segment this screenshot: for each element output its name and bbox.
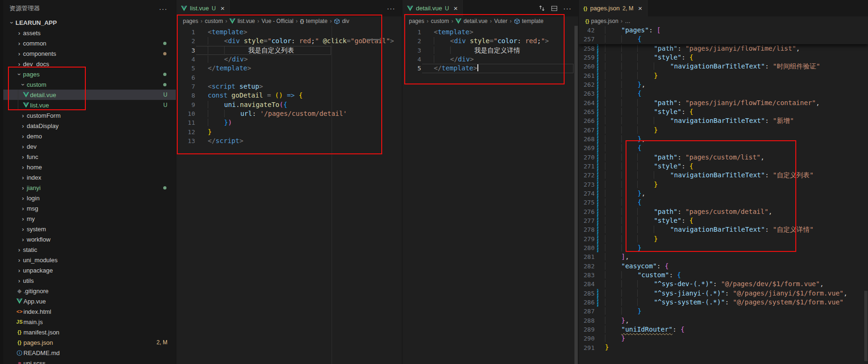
scrollbar[interactable] bbox=[864, 291, 868, 361]
explorer-more-actions-icon[interactable]: ··· bbox=[159, 5, 167, 13]
tree-item-customForm[interactable]: ›customForm bbox=[3, 110, 176, 121]
chevron-right-icon[interactable]: › bbox=[19, 236, 27, 243]
chevron-right-icon[interactable]: › bbox=[19, 112, 27, 119]
tree-item-App.vue[interactable]: App.vue bbox=[3, 296, 176, 306]
tree-item-README.md[interactable]: README.md bbox=[3, 348, 176, 358]
tree-item-login[interactable]: ›login bbox=[3, 193, 176, 203]
scrollbar[interactable] bbox=[574, 26, 578, 364]
chevron-right-icon[interactable]: › bbox=[19, 133, 27, 140]
tree-item-demo[interactable]: ›demo bbox=[3, 131, 176, 141]
tree-item-components[interactable]: ›components bbox=[3, 48, 176, 59]
breadcrumb-item[interactable]: detail.vue bbox=[455, 18, 487, 24]
line-number: 273 bbox=[579, 181, 595, 188]
tree-item-system[interactable]: ›system bbox=[3, 224, 176, 234]
chevron-right-icon[interactable]: › bbox=[15, 30, 23, 37]
compare-action[interactable] bbox=[538, 5, 545, 12]
chevron-right-icon[interactable]: › bbox=[19, 184, 27, 191]
breadcrumb-item[interactable]: … bbox=[625, 18, 631, 24]
tree-item-jianyi[interactable]: ›jianyi bbox=[3, 182, 176, 193]
code-area[interactable]: 1<template>2 <div style="color: red;" @c… bbox=[176, 26, 402, 364]
tree-item-home[interactable]: ›home bbox=[3, 162, 176, 172]
code-line-8: 8const goDetail = () => { bbox=[176, 91, 402, 100]
breadcrumb-item[interactable]: Vuter bbox=[494, 18, 507, 24]
chevron-right-icon[interactable]: › bbox=[15, 267, 23, 274]
tree-item-utils[interactable]: ›utils bbox=[3, 275, 176, 286]
chevron-right-icon[interactable]: › bbox=[15, 246, 23, 253]
tree-item-manifest.json[interactable]: {}manifest.json bbox=[3, 327, 176, 337]
chevron-right-icon[interactable]: › bbox=[19, 215, 27, 222]
tab-detail.vue[interactable]: detail.vueU× bbox=[402, 0, 463, 16]
tree-item-pages.json[interactable]: {}pages.json2, M bbox=[3, 337, 176, 348]
tree-item-list.vue[interactable]: list.vueU bbox=[3, 100, 176, 110]
breadcrumb-item[interactable]: {}template bbox=[300, 18, 328, 24]
more-action[interactable]: ··· bbox=[563, 4, 572, 12]
code-line-9: 9 uni.navigateTo({ bbox=[176, 100, 402, 109]
tree-item-assets[interactable]: ›assets bbox=[3, 28, 176, 38]
chevron-right-icon[interactable]: › bbox=[15, 50, 23, 57]
code-area[interactable]: 42 "pages": [257 { 258 "path": "pages/ji… bbox=[579, 26, 868, 364]
split-action[interactable] bbox=[551, 5, 558, 12]
close-icon[interactable]: × bbox=[453, 4, 458, 12]
tree-item-common[interactable]: ›common bbox=[3, 38, 176, 48]
more-action[interactable]: ··· bbox=[387, 4, 395, 12]
chevron-right-icon[interactable]: › bbox=[19, 174, 27, 181]
chevron-right-icon[interactable]: › bbox=[19, 122, 27, 129]
chevron-right-icon[interactable]: › bbox=[19, 205, 27, 212]
chevron-right-icon[interactable]: › bbox=[15, 40, 23, 47]
code-text: 我是自定义详情 bbox=[434, 46, 520, 55]
chevron-right-icon[interactable]: › bbox=[15, 257, 23, 264]
tree-item-static[interactable]: ›static bbox=[3, 244, 176, 255]
breadcrumb-item[interactable]: pages bbox=[183, 18, 198, 24]
git-change-gutter-bar bbox=[597, 62, 598, 71]
tree-item-LEARUN-APP[interactable]: ›LEARUN_APP bbox=[3, 17, 176, 28]
chevron-down-icon[interactable]: › bbox=[20, 81, 27, 88]
breadcrumb-item[interactable]: list.vue bbox=[229, 18, 255, 24]
chevron-right-icon[interactable]: › bbox=[19, 143, 27, 150]
chevron-right-icon[interactable]: › bbox=[19, 195, 27, 202]
tree-item-my[interactable]: ›my bbox=[3, 213, 176, 224]
breadcrumb-item[interactable]: Vue - Official bbox=[262, 18, 294, 24]
chevron-right-icon[interactable]: › bbox=[15, 277, 23, 284]
code-area[interactable]: 1<template>2 <div style="color: red;">3 … bbox=[402, 26, 578, 364]
breadcrumb-item[interactable]: custom bbox=[431, 18, 449, 24]
tree-item-dev[interactable]: ›dev bbox=[3, 141, 176, 152]
chevron-down-icon[interactable]: › bbox=[16, 70, 23, 78]
tree-item-label: .gitignore bbox=[23, 288, 48, 295]
git-change-gutter-bar bbox=[597, 171, 598, 180]
tree-item-uni.scss[interactable]: ≈uni.scss bbox=[3, 358, 176, 364]
chevron-right-icon[interactable]: › bbox=[15, 61, 23, 68]
close-icon[interactable]: × bbox=[220, 4, 225, 12]
tree-item-msg[interactable]: ›msg bbox=[3, 203, 176, 213]
breadcrumb-item[interactable]: pages bbox=[409, 18, 424, 24]
chevron-right-icon[interactable]: › bbox=[19, 153, 27, 160]
tree-item-detail.vue[interactable]: detail.vueU bbox=[3, 90, 176, 100]
chevron-right-icon[interactable]: › bbox=[19, 226, 27, 233]
tree-item-pages[interactable]: ›pages bbox=[3, 69, 176, 79]
breadcrumb-item[interactable]: div bbox=[334, 18, 349, 24]
tree-item-index[interactable]: ›index bbox=[3, 172, 176, 182]
breadcrumb-item[interactable]: custom bbox=[205, 18, 223, 24]
tree-item-main.js[interactable]: JSmain.js bbox=[3, 317, 176, 327]
git-file-icon: ◆ bbox=[15, 288, 23, 294]
tree-item-dataDisplay[interactable]: ›dataDisplay bbox=[3, 121, 176, 131]
code-line-279: 279 } bbox=[579, 235, 868, 243]
tree-item-uni-modules[interactable]: ›uni_modules bbox=[3, 255, 176, 265]
tree-item-label: dev_docs bbox=[23, 61, 49, 68]
editor-group-detail-vue: detail.vueU×··· pages›custom›detail.vue›… bbox=[402, 0, 578, 364]
code-text: }, bbox=[605, 189, 645, 198]
tab-pages.json[interactable]: {}pages.json2, M× bbox=[579, 0, 648, 16]
chevron-right-icon[interactable]: › bbox=[19, 164, 27, 171]
close-icon[interactable]: × bbox=[638, 4, 642, 12]
tab-list.vue[interactable]: list.vueU× bbox=[176, 0, 230, 16]
tree-item-workflow[interactable]: ›workflow bbox=[3, 234, 176, 244]
tree-item-unpackage[interactable]: ›unpackage bbox=[3, 265, 176, 275]
tree-item-custom[interactable]: ›custom bbox=[3, 79, 176, 90]
tree-item-label: unpackage bbox=[23, 267, 53, 274]
tree-item-func[interactable]: ›func bbox=[3, 152, 176, 162]
tree-item-.gitignore[interactable]: ◆.gitignore bbox=[3, 286, 176, 296]
breadcrumb-item[interactable]: template bbox=[514, 18, 543, 24]
chevron-down-icon[interactable]: › bbox=[8, 19, 15, 26]
tree-item-index.html[interactable]: <>index.html bbox=[3, 306, 176, 317]
tree-item-dev-docs[interactable]: ›dev_docs bbox=[3, 59, 176, 69]
breadcrumb-item[interactable]: {}pages.json bbox=[585, 18, 619, 24]
